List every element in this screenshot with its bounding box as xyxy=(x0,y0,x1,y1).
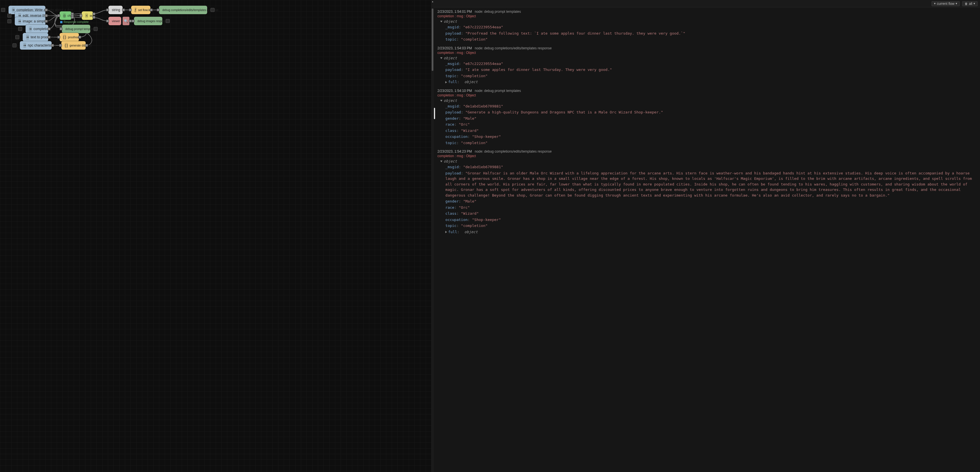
generate-npc-template-node[interactable]: { } generate d&d npc xyxy=(61,41,86,50)
property-row[interactable]: _msgid: "de1abd1eb6709881" xyxy=(440,103,977,109)
property-value: "Wizard" xyxy=(461,211,479,216)
property-value: "I ate some apples for dinner last Thurs… xyxy=(465,67,612,72)
port-out[interactable] xyxy=(78,36,81,38)
port-out[interactable] xyxy=(48,27,51,30)
port-in[interactable] xyxy=(80,14,82,17)
port-out[interactable] xyxy=(45,8,48,11)
object-toggle[interactable]: object xyxy=(440,159,977,164)
property-row[interactable]: topic: "completion" xyxy=(440,140,977,146)
property-value: "Gronar Halfscar is an older Male Orc Wi… xyxy=(445,171,972,197)
timestamp: 2/23/2023, 1:54:01 PM xyxy=(438,10,472,14)
debug-images-node[interactable]: debug images response xyxy=(134,17,162,25)
property-row[interactable]: topic: "completion" xyxy=(440,73,977,79)
inject-npc-characteristics[interactable]: ➔ npc characteristics xyxy=(20,41,52,50)
inject-completion-label[interactable]: ➔ completion xyxy=(25,25,48,33)
property-value: "de1abd1eb6709881" xyxy=(463,104,503,108)
port-in[interactable] xyxy=(57,14,60,17)
property-key: _msgid xyxy=(445,104,459,108)
chatgpt-node[interactable]: ◎ chatgpt xyxy=(60,11,72,20)
port-out[interactable] xyxy=(92,16,95,19)
port-out[interactable] xyxy=(51,44,54,47)
node-label: debug images response xyxy=(137,19,168,23)
port-in[interactable] xyxy=(157,8,159,11)
port-in[interactable] xyxy=(106,8,109,11)
property-row[interactable]: payload: "Gronar Halfscar is an older Ma… xyxy=(440,170,977,198)
switch-icon: ⤮ xyxy=(85,13,88,18)
debug-toggle[interactable] xyxy=(166,19,170,23)
property-row[interactable]: gender: "Male" xyxy=(440,199,977,204)
property-row[interactable]: class: "Wizard" xyxy=(440,128,977,133)
port-out[interactable] xyxy=(45,20,48,23)
port-in[interactable] xyxy=(59,44,62,47)
port-out[interactable] xyxy=(48,36,51,38)
property-row[interactable]: _msgid: "e67c222239554eaa" xyxy=(440,61,977,67)
source-node[interactable]: node: debug completions/edits/templates … xyxy=(475,46,552,50)
debug-message-list[interactable]: 2/23/2023, 1:54:01 PMnode: debug prompt … xyxy=(434,7,980,472)
object-tree: object_msgid: "e67c222239554eaa"payload:… xyxy=(438,56,977,85)
debug-toggle[interactable] xyxy=(211,8,215,12)
inject-button[interactable] xyxy=(15,35,19,39)
port-out[interactable] xyxy=(71,16,74,19)
viewer-node[interactable]: viewer xyxy=(108,17,121,25)
timestamp: 2/23/2023, 1:54:03 PM xyxy=(438,46,472,50)
property-row[interactable]: gender: "Male" xyxy=(440,116,977,121)
debug-prompt-templates-node[interactable]: debug prompt templates xyxy=(62,25,90,33)
property-row[interactable]: payload: "I ate some apples for dinner l… xyxy=(440,67,977,73)
pane-splitter[interactable]: ▴ xyxy=(431,0,434,472)
string-node[interactable]: string xyxy=(108,6,123,14)
property-row[interactable]: _msgid: "de1abd1eb6709881" xyxy=(440,164,977,170)
property-row[interactable]: payload: "Generate a high-quality Dungeo… xyxy=(440,110,977,115)
filter-flow-dropdown[interactable]: ▾ current flow ▾ xyxy=(931,1,960,6)
viewer-lens[interactable]: 🔍 xyxy=(123,17,129,25)
property-row[interactable]: full: object xyxy=(440,229,977,235)
property-row[interactable]: topic: "completion" xyxy=(440,37,977,42)
property-row[interactable]: race: "Orc" xyxy=(440,205,977,210)
port-out[interactable] xyxy=(85,44,88,47)
property-row[interactable]: race: "Orc" xyxy=(440,122,977,127)
property-key: payload xyxy=(445,67,461,72)
port-out[interactable] xyxy=(92,13,95,15)
set-flow-last-node[interactable]: ƒ set flow.last xyxy=(131,6,150,14)
object-toggle[interactable]: object xyxy=(440,99,977,103)
inject-button[interactable] xyxy=(1,8,5,12)
property-row[interactable]: class: "Wizard" xyxy=(440,211,977,216)
clear-all-button[interactable]: 🗑 all ▾ xyxy=(962,1,978,6)
inject-button[interactable] xyxy=(13,43,16,48)
property-row[interactable]: topic: "completion" xyxy=(440,223,977,229)
port-in[interactable] xyxy=(57,36,60,38)
debug-completions-node[interactable]: debug completions/edits/templates respon… xyxy=(159,6,207,14)
source-node[interactable]: node: debug completions/edits/templates … xyxy=(475,149,552,153)
property-row[interactable]: full: object xyxy=(440,79,977,85)
flow-workspace[interactable]: ➔ completion: Write a story about a dog … xyxy=(0,0,431,472)
object-toggle[interactable]: object xyxy=(440,56,977,60)
inject-icon: ➔ xyxy=(29,26,32,32)
property-row[interactable]: _msgid: "e67c222239554eaa" xyxy=(440,24,977,30)
property-key: payload xyxy=(445,31,461,35)
port-out[interactable] xyxy=(129,19,132,22)
source-node[interactable]: node: debug prompt templates xyxy=(475,89,521,93)
source-node[interactable]: node: debug prompt templates xyxy=(475,10,521,14)
property-row[interactable]: occupation: "Shop-keeper" xyxy=(440,134,977,140)
inject-image-bird[interactable]: ➔ image: a simple bird xyxy=(15,17,45,25)
port-in[interactable] xyxy=(132,19,135,22)
property-row[interactable]: payload: "Proofread the following text: … xyxy=(440,31,977,36)
property-row[interactable]: occupation: "Shop-keeper" xyxy=(440,217,977,222)
inject-button[interactable] xyxy=(7,14,11,17)
object-toggle[interactable]: object xyxy=(440,19,977,24)
property-key: payload xyxy=(445,171,461,175)
port-out[interactable] xyxy=(150,8,153,11)
port-out[interactable] xyxy=(122,8,125,11)
port-in[interactable] xyxy=(60,27,62,30)
inject-button[interactable] xyxy=(18,27,22,31)
debug-message-header: 2/23/2023, 1:54:01 PMnode: debug prompt … xyxy=(438,10,977,14)
proofread-template-node[interactable]: { } proofread xyxy=(60,33,79,41)
port-in[interactable] xyxy=(106,19,109,22)
inject-button[interactable] xyxy=(7,19,11,23)
scrollbar-thumb[interactable] xyxy=(432,8,433,71)
switch-node[interactable]: ⤮ switch xyxy=(82,11,93,20)
port-in[interactable] xyxy=(129,8,132,11)
inject-text-to-proofread[interactable]: ➔ text to proofread xyxy=(23,33,48,41)
status-dot-icon xyxy=(60,21,62,23)
debug-toggle[interactable] xyxy=(94,27,98,31)
port-out[interactable] xyxy=(45,14,48,17)
